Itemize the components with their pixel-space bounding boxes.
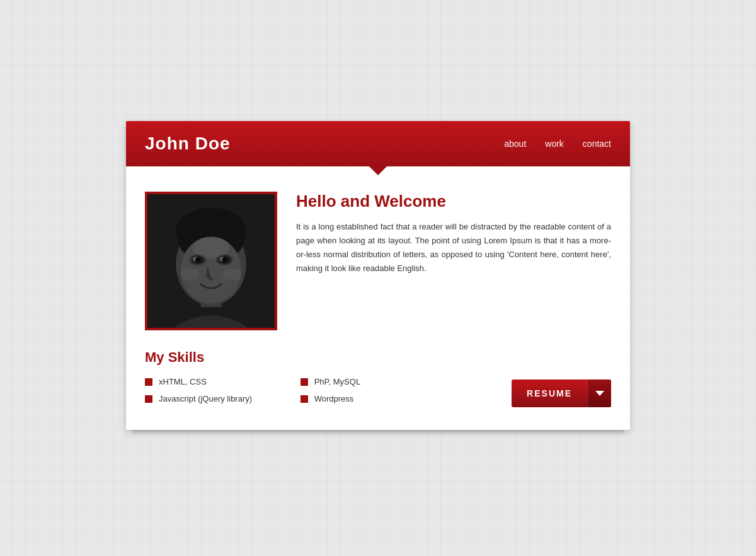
skill-bullet-icon xyxy=(145,378,152,386)
nav-item-work[interactable]: work xyxy=(545,139,564,149)
resume-button-label: RESUME xyxy=(512,379,587,407)
avatar xyxy=(145,192,277,330)
avatar-wrapper xyxy=(145,192,277,330)
skill-bullet-icon xyxy=(301,395,308,403)
card-shadow xyxy=(132,430,624,435)
svg-point-16 xyxy=(222,257,227,262)
svg-point-19 xyxy=(193,237,229,259)
resume-btn-wrapper: RESUME xyxy=(455,377,611,407)
main-nav: about work contact xyxy=(504,139,611,149)
skill-label: PhP, MySQL xyxy=(314,377,360,386)
skill-label: Wordpress xyxy=(314,394,354,403)
intro-body: It is a long established fact that a rea… xyxy=(296,220,611,275)
svg-point-15 xyxy=(195,257,200,262)
site-title: John Doe xyxy=(145,134,231,154)
svg-point-17 xyxy=(180,269,200,281)
skills-title: My Skills xyxy=(145,349,611,366)
skill-item: xHTML, CSS xyxy=(145,377,301,386)
skill-label: xHTML, CSS xyxy=(159,377,207,386)
skills-section: My Skills xHTML, CSS Javascript (jQuery … xyxy=(145,349,611,411)
skill-label: Javascript (jQuery library) xyxy=(159,394,252,403)
svg-point-18 xyxy=(222,269,242,281)
skills-col-1: xHTML, CSS Javascript (jQuery library) xyxy=(145,377,301,411)
main-content: Hello and Welcome It is a long establish… xyxy=(126,166,630,430)
skill-bullet-icon xyxy=(145,395,152,403)
resume-dropdown-arrow[interactable] xyxy=(587,379,611,407)
resume-button[interactable]: RESUME xyxy=(512,379,611,407)
intro-text: Hello and Welcome It is a long establish… xyxy=(296,192,611,330)
nav-item-contact[interactable]: contact xyxy=(583,139,611,149)
skills-col-2: PhP, MySQL Wordpress xyxy=(301,377,456,411)
site-header: John Doe about work contact xyxy=(126,121,630,166)
skills-grid: xHTML, CSS Javascript (jQuery library) P… xyxy=(145,377,611,411)
chevron-down-icon xyxy=(595,391,604,396)
skill-item: Wordpress xyxy=(301,394,456,403)
skill-bullet-icon xyxy=(301,378,308,386)
skill-item: Javascript (jQuery library) xyxy=(145,394,301,403)
intro-title: Hello and Welcome xyxy=(296,192,611,211)
skill-item: PhP, MySQL xyxy=(301,377,456,386)
intro-section: Hello and Welcome It is a long establish… xyxy=(145,192,611,330)
nav-item-about[interactable]: about xyxy=(504,139,526,149)
